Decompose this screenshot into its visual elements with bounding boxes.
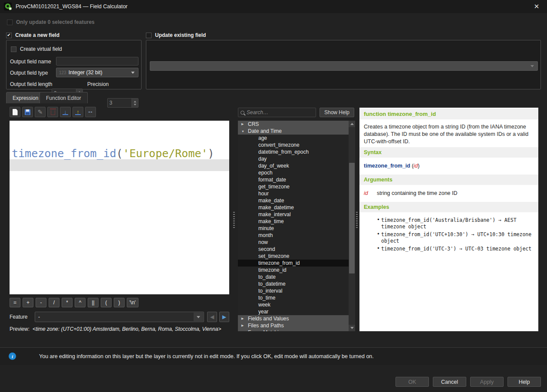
output-field-name-input[interactable] [56,57,138,66]
title-bar: ProvCM01012021_WGS84 — Field Calculator … [0,0,547,13]
function-tree-row[interactable]: datetime_from_epoch [238,148,349,155]
dialog-button[interactable]: Apply [470,377,504,387]
only-update-checkbox[interactable] [7,20,13,25]
save-floppy-icon [25,109,30,115]
tab-expression[interactable]: Expression [6,92,45,103]
function-tree-row[interactable]: timezone_id [238,267,349,273]
function-tree-row[interactable]: make_interval [238,211,349,218]
function-tree-row[interactable]: month [238,232,349,239]
close-icon[interactable]: ✕ [531,2,543,11]
function-tree-row[interactable]: make_time [238,218,349,225]
function-tree-row[interactable]: CRS [238,121,349,128]
expand-arrow-icon[interactable] [241,122,245,126]
previous-feature-button: ◀ [207,312,217,322]
syntax-paren: ) [418,163,419,169]
output-field-type-select[interactable]: 123 Integer (32 bit) [56,68,138,77]
function-search-box[interactable] [238,108,316,117]
precision-value: 3 [109,100,112,106]
function-tree-row[interactable]: timezone_from_id [238,260,349,267]
argument-name: id [364,190,377,196]
import-expression-button[interactable]: ↓ [60,107,71,117]
update-existing-field-label: Update existing field [155,32,206,38]
function-tree-row[interactable]: week [238,301,349,308]
function-tree-row[interactable]: day_of_week [238,162,349,169]
expand-arrow-icon[interactable] [241,317,245,320]
help-example-item: timezone_from_id('Australia/Brisbane') →… [377,217,535,230]
splitter-handle[interactable] [233,212,235,229]
function-tree-row[interactable]: make_datetime [238,204,349,211]
function-tree-row[interactable]: age [238,135,349,142]
save-expression-button[interactable] [22,107,33,117]
scrollbar-thumb[interactable] [349,163,355,273]
operator-button[interactable]: ( [101,298,112,307]
tab-function-editor[interactable]: Function Editor [40,92,88,103]
function-tree-row[interactable]: Fields and Values [238,315,349,322]
expand-arrow-icon[interactable] [241,130,245,133]
expand-arrow-icon[interactable] [241,324,245,327]
editor-blank-line [10,132,229,144]
new-expression-button[interactable] [10,107,20,117]
function-tree-row[interactable]: to_date [238,273,349,280]
function-tree-row[interactable]: now [238,239,349,246]
feature-dropdown-button[interactable] [194,313,203,321]
chevron-down-icon [131,72,135,74]
spinner-arrows-icon[interactable] [132,99,138,107]
export-expression-button[interactable]: ↑ [72,107,83,117]
show-help-button[interactable]: Show Help [320,108,354,117]
only-update-label: Only update 0 selected features [16,19,95,25]
function-tree-row[interactable]: to_interval [238,287,349,294]
operator-button[interactable]: - [36,298,46,307]
operator-button[interactable]: '\n' [127,298,138,307]
operator-button-row: =+-/*^||()'\n' [10,298,138,307]
expression-editor[interactable]: timezone_from_id('Europe/Rome') [10,121,229,294]
function-tree-label: Files and Paths [248,323,284,329]
operator-button[interactable]: || [88,298,99,307]
function-tree-row[interactable]: hour [238,190,349,197]
feature-label: Feature [10,314,27,320]
help-arguments-heading: Arguments [359,175,538,185]
trash-icon [51,110,55,115]
precision-spinner[interactable]: 3 [107,98,138,108]
function-tree-row[interactable]: Files and Paths [238,322,349,329]
operator-button[interactable]: ^ [75,298,86,307]
dialog-button[interactable]: OK [395,377,429,387]
function-tree-row[interactable]: get_timezone [238,183,349,190]
operator-button[interactable]: * [62,298,72,307]
function-tree-row[interactable]: epoch [238,169,349,176]
qgis-logo-icon [3,2,12,11]
function-tree-row[interactable]: Fuzzy Matching [238,329,349,331]
function-tree-row[interactable]: make_date [238,197,349,204]
function-tree-row[interactable]: day [238,155,349,162]
function-tree-label: convert_timezone [258,142,300,148]
function-tree-row[interactable]: set_timezone [238,253,349,260]
dialog-button[interactable]: Cancel [433,377,466,387]
function-tree-row[interactable]: to_time [238,294,349,301]
next-feature-button[interactable]: ▶ [219,312,229,322]
create-new-field-checkbox[interactable]: ✔ [6,33,12,38]
expand-arrow-icon[interactable] [241,331,245,331]
update-existing-field-checkbox[interactable] [146,33,152,38]
function-tree-row[interactable]: second [238,246,349,253]
operator-button[interactable]: + [23,298,33,307]
function-tree-row[interactable]: year [238,308,349,315]
function-tree-row[interactable]: Date and Time [238,128,349,135]
operator-button[interactable]: / [49,298,59,307]
operator-button[interactable]: ) [114,298,125,307]
scroll-up-button[interactable] [349,121,355,127]
help-example-item: timezone_from_id('UTC-3') → UTC-03 timez… [377,246,535,252]
function-tree-row[interactable]: format_date [238,176,349,183]
operator-button[interactable]: = [10,298,20,307]
expression-separator-button[interactable]: -- [85,107,96,117]
function-tree-scrollbar[interactable] [349,121,355,331]
function-tree-row[interactable]: minute [238,225,349,232]
create-virtual-field-checkbox[interactable] [11,46,16,52]
search-input[interactable] [247,109,303,115]
feature-select[interactable]: - [35,312,204,322]
scroll-down-button[interactable] [349,325,355,331]
function-tree-row[interactable]: convert_timezone [238,142,349,148]
expression-paren: ) [208,147,214,160]
dialog-button[interactable]: Help [507,377,541,387]
splitter-handle[interactable] [356,212,358,229]
function-tree-label: day [258,156,267,162]
function-tree-row[interactable]: to_datetime [238,280,349,287]
